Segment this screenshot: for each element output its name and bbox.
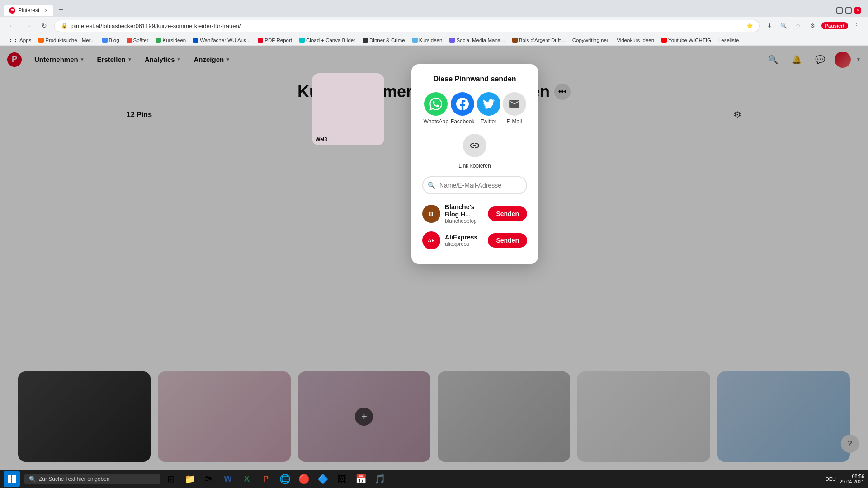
taskbar-search[interactable]: 🔍 Zur Suche Text hier eingeben (24, 474, 160, 480)
taskbar-clock: 08:56 29.04.2021 (840, 474, 864, 480)
contact-list: B Blanche's Blog H... blanchesblog Sende… (422, 200, 527, 253)
bookmark-kursideen2[interactable]: Kursideen (410, 37, 445, 44)
twitter-icon (477, 92, 500, 116)
taskbar-edge2[interactable]: 🔷 (315, 471, 331, 480)
taskbar-store[interactable]: 🛍 (201, 471, 217, 480)
pause-badge[interactable]: Pausiert (821, 22, 848, 29)
bookmark-dinner[interactable]: Dinner & Crime (360, 37, 408, 44)
taskbar-task-view[interactable]: ⊞ (163, 471, 179, 480)
share-icons-row: WhatsApp Facebook (422, 92, 527, 125)
zoom-button[interactable]: 🔍 (778, 20, 790, 32)
contact-item: AE AliExpress aliexpress Senden (422, 228, 527, 253)
bookmark-videokurs[interactable]: Videokurs Ideen (614, 37, 657, 44)
store-icon: 🛍 (204, 474, 213, 480)
powerpoint-icon: P (263, 474, 269, 480)
browser-tab-active[interactable]: Pinterest × (4, 5, 53, 16)
browser-chrome: Pinterest × + × ← → ↻ 🔒 pinterest.at/tob… (0, 0, 868, 46)
facebook-label: Facebook (451, 118, 475, 125)
minimize-button[interactable] (836, 7, 843, 14)
send-button-1[interactable]: Senden (488, 206, 527, 221)
share-whatsapp[interactable]: WhatsApp (423, 92, 448, 125)
bookmark-favicon (449, 38, 455, 43)
bookmark-produktsuche[interactable]: Produktsuche - Mer... (36, 37, 97, 44)
bookmark-blog[interactable]: Blog (99, 37, 122, 44)
taskbar-date: 29.04.2021 (840, 479, 864, 480)
bookmark-favicon (661, 38, 667, 43)
bookmark-wahlfacher[interactable]: Wahlfächer WU Aus... (190, 37, 253, 44)
bookmark-youtube[interactable]: Youtube WICHTIG (659, 37, 714, 44)
contact-handle: blanchesblog (445, 218, 483, 224)
edge2-icon: 🔷 (317, 474, 329, 480)
bookmark-copywriting[interactable]: Copywriting neu (570, 37, 612, 44)
send-button-2[interactable]: Senden (488, 233, 527, 248)
forward-button[interactable]: → (22, 19, 34, 32)
svg-rect-0 (8, 475, 11, 479)
download-button[interactable]: ⬇ (764, 20, 775, 32)
link-icon (463, 134, 486, 157)
email-icon (503, 92, 526, 116)
email-label: E-Mail (506, 118, 522, 125)
taskbar-search-text: Zur Suche Text hier eingeben (39, 476, 110, 480)
taskbar-search-icon: 🔍 (29, 476, 36, 480)
whatsapp-icon (424, 92, 448, 116)
facebook-icon (451, 92, 474, 116)
excel-icon: X (244, 474, 250, 480)
bookmark-social-media[interactable]: Social Media Mana... (447, 37, 507, 44)
edge-icon: 🌐 (279, 474, 291, 480)
bookmarks-bar: ⋮⋮ Apps Produktsuche - Mer... Blog Späte… (0, 35, 868, 46)
star-button[interactable]: ☆ (793, 20, 804, 32)
bookmark-bois[interactable]: Bois d'Argent Duft... (509, 37, 568, 44)
taskbar-explorer[interactable]: 📁 (182, 471, 198, 480)
taskbar-powerpoint[interactable]: P (258, 471, 274, 480)
browser-controls: ← → ↻ 🔒 pinterest.at/tobiasbecker061199/… (0, 17, 868, 35)
bookmark-label: Wahlfächer WU Aus... (200, 38, 250, 43)
taskbar: 🔍 Zur Suche Text hier eingeben ⊞ 📁 🛍 W X… (0, 470, 868, 480)
bookmark-apps[interactable]: ⋮⋮ Apps (5, 36, 34, 44)
bookmark-favicon (102, 38, 108, 43)
bookmark-pdf[interactable]: PDF Report (255, 37, 295, 44)
apps-icon: ⋮⋮ (8, 37, 18, 43)
tab-close-button[interactable]: × (45, 8, 47, 13)
url-text: pinterest.at/tobiasbecker061199/kurze-so… (71, 23, 743, 29)
taskbar-word[interactable]: W (220, 471, 236, 480)
share-link-copy[interactable]: Link kopieren (458, 134, 491, 169)
bookmark-kursideen[interactable]: Kursideen (153, 37, 189, 44)
maximize-button[interactable] (845, 7, 852, 14)
menu-button[interactable]: ⋮ (851, 20, 863, 32)
taskbar-photos[interactable]: 🖼 (334, 471, 350, 480)
share-modal-overlay[interactable]: Weiß Diese Pinnwand senden WhatsApp (0, 46, 868, 480)
share-search-input[interactable] (422, 176, 527, 194)
refresh-button[interactable]: ↻ (38, 19, 51, 32)
share-twitter[interactable]: Twitter (477, 92, 500, 125)
share-facebook[interactable]: Facebook (451, 92, 475, 125)
taskbar-lang: DEU (826, 476, 836, 480)
svg-rect-3 (12, 479, 16, 480)
close-button[interactable]: × (854, 7, 861, 14)
share-email[interactable]: E-Mail (503, 92, 526, 125)
address-bar[interactable]: 🔒 pinterest.at/tobiasbecker061199/kurze-… (54, 20, 760, 32)
taskbar-chrome[interactable]: 🔴 (296, 471, 312, 480)
contact-name: AliExpress (445, 234, 483, 241)
explorer-icon: 📁 (184, 474, 196, 480)
taskbar-spotify[interactable]: 🎵 (372, 471, 388, 480)
bookmark-favicon (127, 38, 132, 43)
bookmark-spaeter[interactable]: Später (124, 37, 151, 44)
bookmark-leseliste[interactable]: Leseliste (716, 37, 741, 44)
back-button[interactable]: ← (5, 19, 18, 32)
bookmark-label: Dinner & Crime (369, 38, 405, 43)
tab-bar: Pinterest × + × (0, 0, 868, 17)
bookmark-canva[interactable]: Cload + Canva Bilder (297, 37, 358, 44)
add-tab-button[interactable]: + (55, 4, 67, 17)
svg-rect-1 (12, 475, 16, 479)
taskbar-edge[interactable]: 🌐 (277, 471, 293, 480)
bookmark-label: PDF Report (264, 38, 292, 43)
start-button[interactable] (4, 471, 20, 480)
extensions-button[interactable]: ⚙ (807, 20, 819, 32)
word-icon: W (224, 474, 232, 480)
taskbar-excel[interactable]: X (239, 471, 255, 480)
contact-name: Blanche's Blog H... (445, 203, 483, 218)
chrome-icon: 🔴 (298, 474, 310, 480)
taskbar-calendar[interactable]: 📅 (353, 471, 369, 480)
whatsapp-label: WhatsApp (423, 118, 448, 125)
browser-actions: ⬇ 🔍 ☆ ⚙ Pausiert ⋮ (764, 20, 863, 32)
